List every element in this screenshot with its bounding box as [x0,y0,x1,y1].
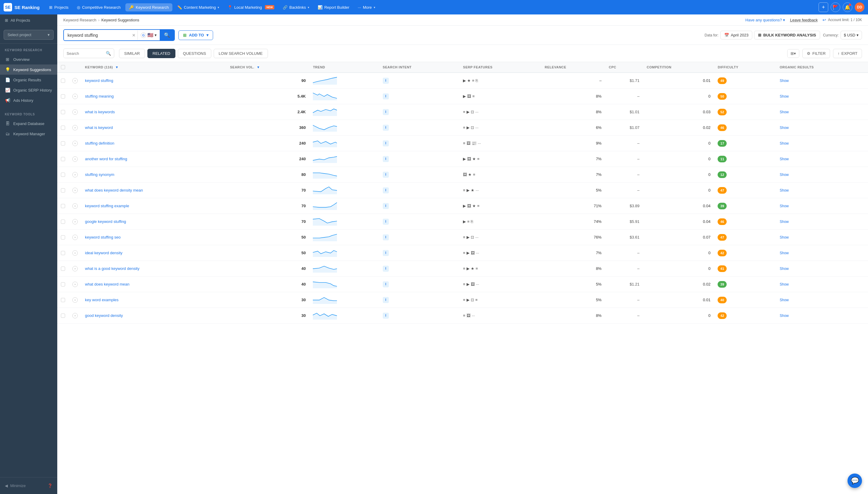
show-organic-results-link[interactable]: Show [780,141,789,146]
add-button[interactable]: + [818,2,828,12]
grid-view-button[interactable]: ⊞▾ [788,50,799,58]
nav-item-backlinks[interactable]: 🔗 Backlinks ▾ [279,3,313,12]
row-checkbox[interactable] [61,79,65,83]
keyword-column-header[interactable]: KEYWORD (116) ▼ [81,62,226,73]
expand-row-button[interactable]: › [72,172,78,177]
row-checkbox[interactable] [61,298,65,302]
nav-item-projects[interactable]: ⊞ Projects [45,3,72,12]
keyword-cell[interactable]: key word examples [81,292,226,308]
keyword-cell[interactable]: ideal keyword density [81,245,226,261]
nav-item-keyword-research[interactable]: 🔑 Keyword Research [125,3,172,12]
show-organic-results-link[interactable]: Show [780,188,789,192]
avatar[interactable]: DD [855,2,864,12]
show-organic-results-link[interactable]: Show [780,220,789,224]
row-checkbox[interactable] [61,251,65,255]
expand-row-button[interactable]: › [72,250,78,256]
expand-row-button[interactable]: › [72,94,78,99]
show-organic-results-link[interactable]: Show [780,298,789,302]
tab-related[interactable]: RELATED [147,49,176,58]
help-icon[interactable]: ❓ [48,483,52,488]
project-selector[interactable]: Select project ▾ [4,30,54,40]
show-organic-results-link[interactable]: Show [780,157,789,161]
expand-row-button[interactable]: › [72,78,78,83]
clear-input-icon[interactable]: ✕ [130,33,137,38]
keyword-cell[interactable]: what is keywords [81,104,226,120]
show-organic-results-link[interactable]: Show [780,173,789,177]
nav-item-report-builder[interactable]: 📊 Report Builder [314,3,353,12]
show-organic-results-link[interactable]: Show [780,314,789,318]
keyword-cell[interactable]: what is a good keyword density [81,261,226,277]
expand-row-button[interactable]: › [72,313,78,318]
app-logo[interactable]: SE SE Ranking [4,3,39,12]
keyword-cell[interactable]: stuffing meaning [81,89,226,104]
tab-search-input[interactable] [63,49,103,58]
keyword-cell[interactable]: keyword stuffing [81,73,226,89]
notifications-button[interactable]: 🔔 [843,2,852,12]
tab-low-search-volume[interactable]: LOW SEARCH VOLUME [214,49,268,58]
expand-row-button[interactable]: › [72,125,78,130]
expand-row-button[interactable]: › [72,297,78,303]
row-checkbox[interactable] [61,126,65,130]
search-vol-column-header[interactable]: SEARCH VOL. ▼ [226,62,309,73]
keyword-cell[interactable]: what is keyword [81,120,226,136]
leave-feedback-link[interactable]: Leave feedback [790,18,818,22]
expand-row-button[interactable]: › [72,188,78,193]
keyword-cell[interactable]: keyword stuffing example [81,198,226,214]
search-engine-selector[interactable]: G 🇺🇸 ▾ [137,31,160,40]
row-checkbox[interactable] [61,173,65,177]
row-checkbox[interactable] [61,267,65,271]
show-organic-results-link[interactable]: Show [780,110,789,114]
currency-selector[interactable]: $ USD ▾ [841,31,862,39]
add-to-button[interactable]: ⊞ ADD TO ▾ [179,31,213,40]
show-organic-results-link[interactable]: Show [780,204,789,208]
export-button[interactable]: ↑ EXPORT [833,49,862,58]
sidebar-item-ads-history[interactable]: 📢 Ads History [0,95,57,106]
keyword-cell[interactable]: another word for stuffing [81,151,226,167]
tab-similar[interactable]: SIMILAR [119,49,145,58]
sidebar-item-expand-database[interactable]: 🗄 Expand Database [0,118,57,129]
sidebar-item-overview[interactable]: ⊞ Overview [0,54,57,64]
row-checkbox[interactable] [61,220,65,224]
expand-row-button[interactable]: › [72,235,78,240]
row-checkbox[interactable] [61,94,65,98]
select-all-checkbox[interactable] [61,65,65,69]
row-checkbox[interactable] [61,188,65,192]
expand-row-button[interactable]: › [72,203,78,209]
tab-questions[interactable]: QUESTIONS [178,49,211,58]
expand-row-button[interactable]: › [72,219,78,224]
nav-item-content-marketing[interactable]: ✏️ Content Marketing ▾ [173,3,223,12]
keyword-cell[interactable]: google keyword stuffing [81,214,226,230]
show-organic-results-link[interactable]: Show [780,251,789,255]
expand-row-button[interactable]: › [72,141,78,146]
flag-button[interactable]: 🚩 [831,2,840,12]
row-checkbox[interactable] [61,235,65,240]
show-organic-results-link[interactable]: Show [780,126,789,130]
sidebar-item-keyword-suggestions[interactable]: 💡 Keyword Suggestions [0,64,57,75]
sidebar-item-keyword-manager[interactable]: 🗂 Keyword Manager [0,129,57,139]
nav-item-local-marketing[interactable]: 📍 Local Marketing NEW [224,3,278,12]
expand-row-button[interactable]: › [72,156,78,162]
row-checkbox[interactable] [61,282,65,286]
keyword-cell[interactable]: what does keyword mean [81,277,226,292]
row-checkbox[interactable] [61,110,65,114]
keyword-cell[interactable]: what does keyword density mean [81,183,226,198]
date-selector[interactable]: 📅 April 2023 [720,31,753,39]
show-organic-results-link[interactable]: Show [780,267,789,271]
bulk-keyword-analysis-button[interactable]: ⊞ BULK KEYWORD ANALYSIS [754,31,820,39]
show-organic-results-link[interactable]: Show [780,282,789,286]
filter-button[interactable]: ⚙ FILTER [802,49,830,58]
show-organic-results-link[interactable]: Show [780,235,789,240]
chat-support-button[interactable]: 💬 [848,474,862,488]
row-checkbox[interactable] [61,157,65,161]
search-button[interactable]: 🔍 [160,30,174,40]
minimize-button[interactable]: ◀ Minimize ❓ [0,481,57,490]
expand-row-button[interactable]: › [72,282,78,287]
breadcrumb-parent[interactable]: Keyword Research [63,18,96,22]
nav-item-more[interactable]: ··· More ▾ [354,3,378,12]
have-questions-link[interactable]: Have any questions? ▾ [745,18,785,22]
keyword-cell[interactable]: stuffing definition [81,136,226,151]
keyword-cell[interactable]: keyword stuffing seo [81,230,226,245]
expand-row-button[interactable]: › [72,266,78,271]
nav-item-competitive-research[interactable]: ◎ Competitive Research [73,3,124,12]
row-checkbox[interactable] [61,204,65,208]
